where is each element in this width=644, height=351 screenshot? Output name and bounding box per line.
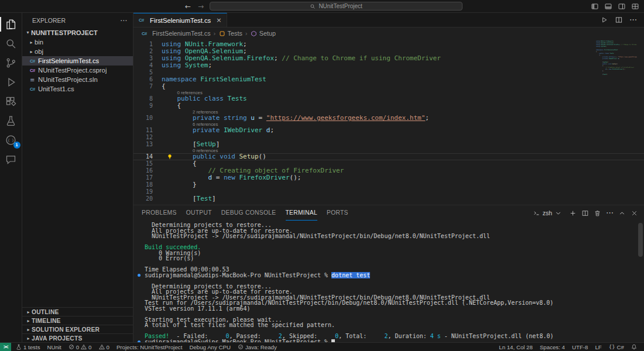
terminal-line: NUnitTestProject -> /Users/sudiprajmanda…: [145, 233, 644, 239]
code-line-13[interactable]: 13 [SetUp]: [133, 141, 644, 148]
svg-text:{ }: { }: [8, 138, 14, 142]
tree-item-firstseleniumtest-cs[interactable]: C#FirstSeleniumTest.cs: [22, 56, 133, 66]
new-terminal-icon[interactable]: [569, 209, 577, 217]
explorer-more-actions-icon[interactable]: ⋯: [120, 16, 127, 25]
activity-chat-icon[interactable]: [0, 150, 22, 169]
section-timeline[interactable]: ▸TIMELINE: [22, 316, 133, 325]
close-tab-icon[interactable]: ×: [216, 16, 221, 24]
terminal-scrollbar[interactable]: [638, 223, 643, 257]
java-status[interactable]: Java: Ready: [234, 343, 280, 351]
terminal-line: VSTest version 17.11.1 (arm64): [145, 306, 644, 312]
panel-tab-terminal[interactable]: TERMINAL: [286, 205, 317, 221]
tree-item-nunittestproject-sln[interactable]: ≡NUnitTestProject.sln: [22, 75, 133, 84]
line-number: 10: [133, 115, 162, 122]
terminal-line: 0 Warning(s): [145, 250, 644, 256]
more-actions-icon[interactable]: ⋯: [629, 17, 637, 23]
activity-extensions-icon[interactable]: [0, 92, 22, 111]
split-editor-icon[interactable]: [615, 16, 623, 24]
code-line-18[interactable]: 18 }: [133, 181, 644, 188]
split-terminal-icon[interactable]: [581, 209, 589, 217]
breadcrumb-item-setup[interactable]: Setup: [251, 30, 276, 37]
panel-more-actions-icon[interactable]: ⋯: [606, 210, 614, 216]
activity-source-control-icon[interactable]: [0, 53, 22, 73]
section-outline[interactable]: ▸OUTLINE: [22, 307, 133, 316]
section-java-projects[interactable]: ▸JAVA PROJECTS: [22, 333, 133, 342]
lightbulb-icon[interactable]: [167, 154, 173, 160]
test-explorer-status[interactable]: 1 tests: [12, 343, 44, 351]
close-panel-icon[interactable]: [631, 209, 638, 217]
code-line-20[interactable]: 20 [Test]: [133, 195, 644, 202]
code-line-11[interactable]: 11 private IWebDriver d;: [133, 127, 644, 134]
indentation-setting[interactable]: Spaces: 4: [536, 343, 568, 351]
shell-selector[interactable]: zsh: [533, 209, 562, 217]
notifications-bell[interactable]: [628, 343, 640, 351]
line-number: 18: [133, 181, 162, 188]
build-configuration[interactable]: Debug Any CPU: [186, 343, 234, 351]
tab-firstseleniumtest-cs[interactable]: C# FirstSeleniumTest.cs ×: [133, 13, 227, 27]
code-line-8[interactable]: 8 public class Tests: [133, 95, 644, 102]
panel-tab-output[interactable]: OUTPUT: [186, 205, 212, 221]
panel-tab-ports[interactable]: PORTS: [327, 205, 348, 221]
minimap[interactable]: using NUnit.Framework;using OpenQA.Selen…: [596, 40, 637, 75]
line-number: 15: [133, 160, 162, 167]
line-number: 3: [133, 55, 162, 62]
activity-testing-icon[interactable]: [0, 111, 22, 130]
maximize-panel-icon[interactable]: [618, 209, 626, 217]
breadcrumb: C#FirstSeleniumTest.cs›Tests›Setup: [133, 27, 644, 39]
toggle-secondary-sidebar-icon[interactable]: [618, 2, 626, 11]
language-mode[interactable]: {}C#: [605, 343, 628, 351]
code-line-7[interactable]: 7{: [133, 83, 644, 90]
toggle-panel-icon[interactable]: [604, 2, 612, 11]
breadcrumb-item-firstseleniumtest-cs[interactable]: C#FirstSeleniumTest.cs: [142, 30, 211, 37]
command-center-search[interactable]: NUnitTestProject: [210, 2, 463, 11]
tree-root-folder[interactable]: ▾ NUNITTESTPROJECT: [22, 27, 133, 37]
cs-file-icon: C#: [30, 58, 38, 64]
panel-tab-debug-console[interactable]: DEBUG CONSOLE: [221, 205, 276, 221]
forward-icon[interactable]: →: [198, 2, 204, 11]
editor-actions: ⋯: [600, 13, 644, 27]
code-editor[interactable]: 1using NUnit.Framework;2using OpenQA.Sel…: [133, 39, 644, 205]
back-icon[interactable]: ←: [185, 2, 191, 11]
csproj-file-icon: C#: [30, 68, 38, 73]
panel-tab-problems[interactable]: PROBLEMS: [142, 205, 177, 221]
code-line-9[interactable]: 9 {: [133, 102, 644, 109]
cursor-position[interactable]: Ln 14, Col 28: [495, 343, 536, 351]
line-number: 19: [133, 188, 162, 195]
projects-indicator[interactable]: Projects: NUnitTestProject: [113, 343, 186, 351]
eol-setting[interactable]: LF: [591, 343, 605, 351]
activity-explorer-icon[interactable]: [0, 15, 22, 34]
activity-json-icon[interactable]: { }1: [0, 130, 22, 150]
code-line-6[interactable]: 6namespace FirstSeleniumTest: [133, 76, 644, 83]
activity-search-icon[interactable]: [0, 34, 22, 53]
tree-item-obj[interactable]: ▸obj: [22, 47, 133, 56]
line-number: 2: [133, 48, 162, 55]
warnings-indicator[interactable]: 0: [95, 343, 113, 351]
line-number: 14: [133, 153, 162, 160]
nunit-status[interactable]: NUnit: [43, 343, 64, 351]
bottom-panel: PROBLEMSOUTPUTDEBUG CONSOLETERMINALPORTS…: [133, 205, 644, 342]
line-number: 12: [133, 134, 162, 141]
activity-run-debug-icon[interactable]: [0, 73, 22, 92]
terminal-output[interactable]: Determining projects to restore... All p…: [133, 221, 644, 342]
line-number: 8: [133, 95, 162, 102]
toggle-sidebar-icon[interactable]: [591, 2, 599, 11]
tree-item-nunittestproject-csproj[interactable]: C#NUnitTestProject.csproj: [22, 66, 133, 75]
run-button[interactable]: [600, 16, 608, 24]
tree-item-unittest1-cs[interactable]: C#UnitTest1.cs: [22, 84, 133, 94]
code-line-10[interactable]: 10 private string u = "https://www.geeks…: [133, 115, 644, 122]
chevron-right-icon: ▸: [28, 40, 35, 45]
section-solution-explorer[interactable]: ▸SOLUTION EXPLORER: [22, 325, 133, 333]
breadcrumb-separator: ›: [245, 30, 248, 37]
code-line-17[interactable]: 17 d = new FirefoxDriver();: [133, 174, 644, 181]
problems-indicator[interactable]: 00: [65, 343, 95, 351]
line-number: 17: [133, 174, 162, 181]
code-line-4[interactable]: 4using System;: [133, 62, 644, 69]
remote-indicator[interactable]: ><: [0, 343, 11, 351]
breadcrumb-item-tests[interactable]: Tests: [219, 30, 242, 37]
encoding-setting[interactable]: UTF-8: [568, 343, 591, 351]
customize-layout-icon[interactable]: [631, 2, 639, 11]
code-line-14[interactable]: 14 public void Setup(): [133, 153, 644, 160]
tree-item-bin[interactable]: ▸bin: [22, 37, 133, 47]
csharp-file-icon: C#: [139, 18, 147, 23]
kill-terminal-icon[interactable]: [594, 209, 601, 217]
